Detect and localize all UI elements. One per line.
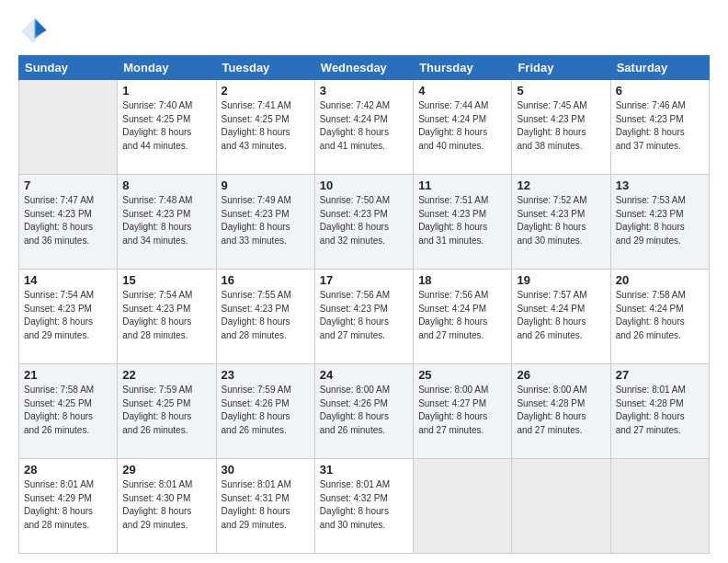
weekday-header-tuesday: Tuesday (216, 56, 314, 80)
day-info: Sunrise: 7:59 AM Sunset: 4:25 PM Dayligh… (122, 384, 210, 437)
week-row-4: 28Sunrise: 8:01 AM Sunset: 4:29 PM Dayli… (19, 459, 710, 554)
calendar-cell: 1Sunrise: 7:40 AM Sunset: 4:25 PM Daylig… (118, 80, 216, 175)
day-info: Sunrise: 7:55 AM Sunset: 4:23 PM Dayligh… (222, 289, 310, 342)
weekday-header-wednesday: Wednesday (314, 56, 413, 80)
day-info: Sunrise: 8:01 AM Sunset: 4:28 PM Dayligh… (616, 384, 704, 437)
weekday-header-sunday: Sunday (19, 56, 118, 80)
day-info: Sunrise: 8:01 AM Sunset: 4:31 PM Dayligh… (222, 478, 310, 532)
day-info: Sunrise: 7:49 AM Sunset: 4:23 PM Dayligh… (222, 194, 310, 247)
day-number: 8 (122, 178, 210, 192)
day-number: 13 (616, 178, 704, 192)
day-number: 23 (222, 368, 310, 382)
day-info: Sunrise: 7:56 AM Sunset: 4:24 PM Dayligh… (418, 289, 506, 342)
day-info: Sunrise: 7:56 AM Sunset: 4:23 PM Dayligh… (320, 289, 408, 342)
calendar-cell: 16Sunrise: 7:55 AM Sunset: 4:23 PM Dayli… (216, 270, 314, 364)
day-number: 30 (222, 463, 310, 477)
day-number: 7 (24, 178, 112, 192)
day-info: Sunrise: 7:52 AM Sunset: 4:23 PM Dayligh… (517, 194, 605, 247)
day-info: Sunrise: 7:57 AM Sunset: 4:24 PM Dayligh… (517, 289, 605, 342)
calendar-cell: 3Sunrise: 7:42 AM Sunset: 4:24 PM Daylig… (314, 80, 413, 175)
week-row-3: 21Sunrise: 7:58 AM Sunset: 4:25 PM Dayli… (19, 364, 710, 459)
weekday-header-friday: Friday (512, 56, 610, 80)
calendar-cell: 28Sunrise: 8:01 AM Sunset: 4:29 PM Dayli… (19, 459, 118, 554)
day-number: 1 (122, 84, 210, 98)
calendar-cell: 20Sunrise: 7:58 AM Sunset: 4:24 PM Dayli… (610, 270, 709, 364)
day-number: 6 (616, 84, 704, 98)
logo (18, 17, 51, 46)
day-info: Sunrise: 7:42 AM Sunset: 4:24 PM Dayligh… (320, 99, 408, 153)
week-row-2: 14Sunrise: 7:54 AM Sunset: 4:23 PM Dayli… (19, 270, 710, 364)
calendar-cell: 31Sunrise: 8:01 AM Sunset: 4:32 PM Dayli… (314, 459, 413, 554)
day-number: 2 (222, 84, 310, 98)
calendar-cell: 17Sunrise: 7:56 AM Sunset: 4:23 PM Dayli… (314, 270, 413, 364)
day-number: 17 (320, 273, 408, 287)
calendar-cell: 12Sunrise: 7:52 AM Sunset: 4:23 PM Dayli… (512, 175, 610, 270)
calendar-cell: 14Sunrise: 7:54 AM Sunset: 4:23 PM Dayli… (19, 270, 118, 364)
calendar-cell: 10Sunrise: 7:50 AM Sunset: 4:23 PM Dayli… (314, 175, 413, 270)
day-info: Sunrise: 8:00 AM Sunset: 4:27 PM Dayligh… (418, 384, 506, 437)
calendar-cell: 13Sunrise: 7:53 AM Sunset: 4:23 PM Dayli… (610, 175, 709, 270)
day-info: Sunrise: 8:01 AM Sunset: 4:30 PM Dayligh… (122, 478, 210, 532)
calendar-cell (414, 459, 512, 554)
day-info: Sunrise: 7:46 AM Sunset: 4:23 PM Dayligh… (616, 99, 704, 153)
day-info: Sunrise: 7:48 AM Sunset: 4:23 PM Dayligh… (122, 194, 210, 247)
day-number: 26 (517, 368, 605, 382)
calendar-cell (512, 459, 610, 554)
calendar-cell: 11Sunrise: 7:51 AM Sunset: 4:23 PM Dayli… (414, 175, 512, 270)
day-number: 3 (320, 84, 408, 98)
day-info: Sunrise: 7:51 AM Sunset: 4:23 PM Dayligh… (418, 194, 506, 247)
day-number: 9 (222, 178, 310, 192)
week-row-1: 7Sunrise: 7:47 AM Sunset: 4:23 PM Daylig… (19, 175, 710, 270)
calendar-cell: 9Sunrise: 7:49 AM Sunset: 4:23 PM Daylig… (216, 175, 314, 270)
calendar-cell: 7Sunrise: 7:47 AM Sunset: 4:23 PM Daylig… (19, 175, 118, 270)
calendar-cell: 22Sunrise: 7:59 AM Sunset: 4:25 PM Dayli… (118, 364, 216, 459)
day-info: Sunrise: 8:00 AM Sunset: 4:26 PM Dayligh… (320, 384, 408, 437)
day-number: 24 (320, 368, 408, 382)
day-number: 25 (418, 368, 506, 382)
calendar-cell: 30Sunrise: 8:01 AM Sunset: 4:31 PM Dayli… (216, 459, 314, 554)
day-number: 19 (517, 273, 605, 287)
day-info: Sunrise: 7:54 AM Sunset: 4:23 PM Dayligh… (122, 289, 210, 342)
day-number: 12 (517, 178, 605, 192)
day-number: 15 (122, 273, 210, 287)
weekday-header-monday: Monday (118, 56, 216, 80)
day-number: 11 (418, 178, 506, 192)
weekday-header-thursday: Thursday (414, 56, 512, 80)
day-info: Sunrise: 7:54 AM Sunset: 4:23 PM Dayligh… (24, 289, 112, 342)
weekday-header-row: SundayMondayTuesdayWednesdayThursdayFrid… (19, 56, 710, 80)
day-info: Sunrise: 7:58 AM Sunset: 4:25 PM Dayligh… (24, 384, 112, 437)
day-number: 4 (418, 84, 506, 98)
day-number: 28 (24, 463, 112, 477)
day-info: Sunrise: 7:58 AM Sunset: 4:24 PM Dayligh… (616, 289, 704, 342)
calendar-cell: 19Sunrise: 7:57 AM Sunset: 4:24 PM Dayli… (512, 270, 610, 364)
calendar-cell: 2Sunrise: 7:41 AM Sunset: 4:25 PM Daylig… (216, 80, 314, 175)
day-number: 21 (24, 368, 112, 382)
day-info: Sunrise: 7:53 AM Sunset: 4:23 PM Dayligh… (616, 194, 704, 247)
day-info: Sunrise: 8:01 AM Sunset: 4:32 PM Dayligh… (320, 478, 408, 532)
calendar-cell: 27Sunrise: 8:01 AM Sunset: 4:28 PM Dayli… (610, 364, 709, 459)
calendar-cell: 15Sunrise: 7:54 AM Sunset: 4:23 PM Dayli… (118, 270, 216, 364)
day-number: 14 (24, 273, 112, 287)
day-info: Sunrise: 7:40 AM Sunset: 4:25 PM Dayligh… (122, 99, 210, 153)
day-number: 5 (517, 84, 605, 98)
day-number: 22 (122, 368, 210, 382)
day-number: 29 (122, 463, 210, 477)
day-info: Sunrise: 7:44 AM Sunset: 4:24 PM Dayligh… (418, 99, 506, 153)
calendar-cell: 8Sunrise: 7:48 AM Sunset: 4:23 PM Daylig… (118, 175, 216, 270)
day-number: 20 (616, 273, 704, 287)
day-number: 16 (222, 273, 310, 287)
calendar-cell: 29Sunrise: 8:01 AM Sunset: 4:30 PM Dayli… (118, 459, 216, 554)
day-info: Sunrise: 8:01 AM Sunset: 4:29 PM Dayligh… (24, 478, 112, 532)
logo-icon (18, 17, 48, 46)
day-info: Sunrise: 8:00 AM Sunset: 4:28 PM Dayligh… (517, 384, 605, 437)
week-row-0: 1Sunrise: 7:40 AM Sunset: 4:25 PM Daylig… (19, 80, 710, 175)
calendar-cell: 26Sunrise: 8:00 AM Sunset: 4:28 PM Dayli… (512, 364, 610, 459)
calendar-cell (610, 459, 709, 554)
day-info: Sunrise: 7:50 AM Sunset: 4:23 PM Dayligh… (320, 194, 408, 247)
day-info: Sunrise: 7:59 AM Sunset: 4:26 PM Dayligh… (222, 384, 310, 437)
day-number: 27 (616, 368, 704, 382)
page: SundayMondayTuesdayWednesdayThursdayFrid… (0, 0, 728, 563)
calendar-cell: 18Sunrise: 7:56 AM Sunset: 4:24 PM Dayli… (414, 270, 512, 364)
calendar-cell: 25Sunrise: 8:00 AM Sunset: 4:27 PM Dayli… (414, 364, 512, 459)
calendar-table: SundayMondayTuesdayWednesdayThursdayFrid… (18, 55, 710, 554)
